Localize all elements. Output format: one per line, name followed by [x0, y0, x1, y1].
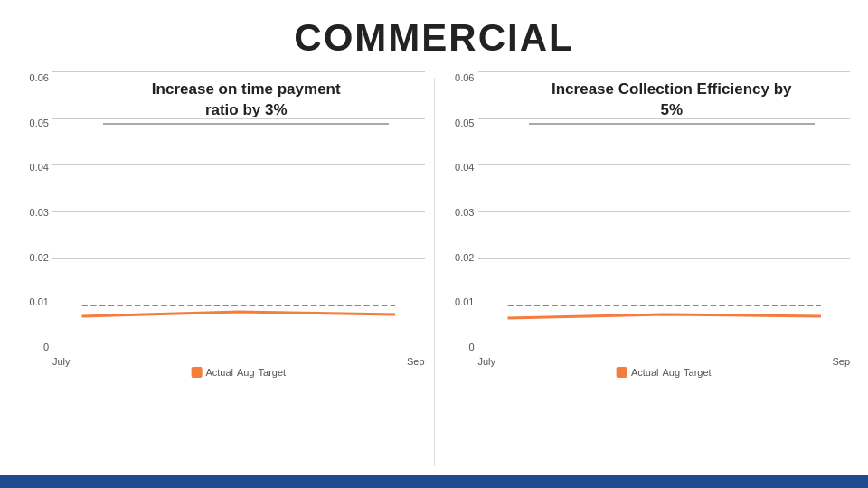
x-axis-left: July Actual Aug Target Sep: [52, 352, 425, 380]
legend-actual-label-right: Actual: [631, 367, 659, 378]
actual-dot-right: [617, 367, 627, 378]
bottom-bar: [0, 475, 868, 488]
actual-dot-left: [191, 367, 202, 378]
y-label: 0: [468, 342, 474, 352]
x-label-july: July: [52, 356, 71, 367]
y-label: 0.03: [30, 207, 49, 218]
chart-left: 0 0.01 0.02 0.03 0.04 0.05 0.06: [9, 69, 434, 475]
legend-left: Actual Aug Target: [191, 367, 286, 378]
legend-right: Actual Aug Target: [617, 367, 712, 378]
legend-actual-label-left: Actual: [205, 367, 233, 378]
page-title: COMMERCIAL: [294, 16, 573, 60]
y-label: 0.04: [30, 162, 49, 173]
y-label: 0.05: [455, 117, 474, 128]
y-label: 0.05: [30, 117, 49, 128]
y-label: 0: [43, 342, 49, 352]
page: COMMERCIAL 0 0.01 0.02 0.03 0.04 0.05 0.…: [0, 0, 868, 488]
charts-row: 0 0.01 0.02 0.03 0.04 0.05 0.06: [0, 69, 868, 475]
y-label: 0.06: [455, 72, 474, 83]
y-label: 0.03: [455, 207, 474, 218]
y-label: 0.04: [455, 162, 474, 173]
x-axis-right: July Actual Aug Target Sep: [478, 352, 851, 380]
chart-right: 0 0.01 0.02 0.03 0.04 0.05 0.06: [435, 69, 860, 475]
legend-target-label-right: Target: [684, 367, 712, 378]
chart-left-title: Increase on time payment ratio by 3%: [68, 80, 425, 125]
x-label-sep: Sep: [407, 356, 425, 367]
y-label: 0.02: [455, 252, 474, 263]
y-label: 0.01: [455, 296, 474, 307]
y-label: 0.02: [30, 252, 49, 263]
y-axis-left: 0 0.01 0.02 0.03 0.04 0.05 0.06: [18, 72, 52, 352]
chart-right-title: Increase Collection Efficiency by 5%: [494, 80, 851, 125]
x-label-sep-right: Sep: [832, 356, 850, 367]
legend-aug-right: Aug: [662, 367, 680, 378]
legend-aug-left: Aug: [237, 367, 255, 378]
x-label-july-right: July: [478, 356, 496, 367]
legend-target-label-left: Target: [259, 367, 287, 378]
y-label: 0.01: [30, 296, 49, 307]
y-axis-right: 0 0.01 0.02 0.03 0.04 0.05 0.06: [444, 72, 478, 352]
y-label: 0.06: [30, 72, 49, 83]
